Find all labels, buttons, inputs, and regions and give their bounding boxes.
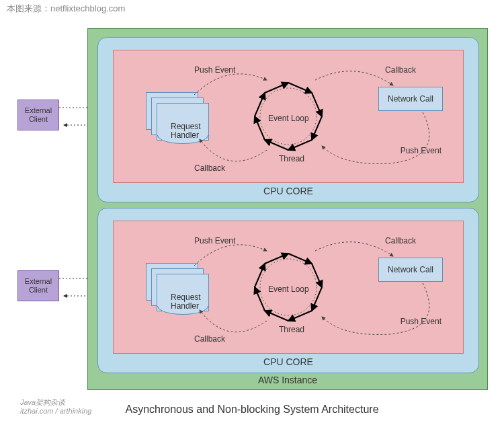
label-thread: Thread xyxy=(279,325,304,334)
label-callback: Callback xyxy=(194,334,225,344)
label-event-loop: Event Loop xyxy=(268,114,309,123)
label-event-loop: Event Loop xyxy=(268,284,309,294)
cpu-core-label: CPU CORE xyxy=(98,186,478,196)
external-client-box: External Client xyxy=(17,100,59,130)
label-callback: Callback xyxy=(194,163,225,173)
event-pool-box: Request Handler Network Call xyxy=(113,50,464,183)
label-push-event: Push Event xyxy=(194,236,235,245)
cpu-core-box: Request Handler Network Call xyxy=(97,37,479,202)
external-client-box: External Client xyxy=(17,270,59,301)
label-callback: Callback xyxy=(385,236,416,245)
aws-instance-box: Request Handler Network Call xyxy=(87,28,488,390)
label-push-event: Push Event xyxy=(194,65,235,75)
cpu-core-label: CPU CORE xyxy=(98,356,478,367)
image-source: 本图来源：netflixtechblog.com xyxy=(7,3,125,15)
watermark: Java架构杂谈 itzhai.com / arthinking xyxy=(20,398,91,416)
cpu-core-box: Request Handler Network Call xyxy=(97,208,479,373)
label-callback: Callback xyxy=(385,65,416,75)
label-push-event: Push Event xyxy=(401,146,442,155)
event-pool-box: Request Handler Network Call xyxy=(113,221,464,354)
label-thread: Thread xyxy=(279,154,304,163)
aws-instance-label: AWS Instance xyxy=(88,375,487,385)
label-push-event: Push Event xyxy=(401,317,442,326)
